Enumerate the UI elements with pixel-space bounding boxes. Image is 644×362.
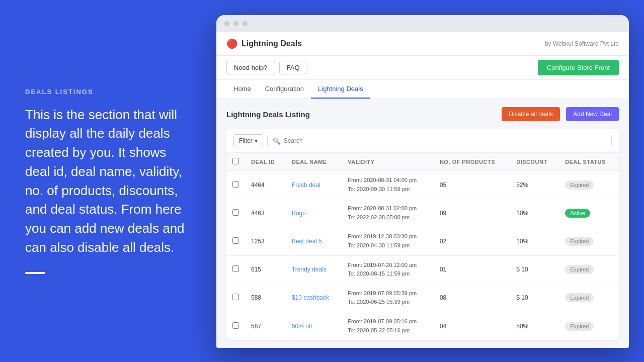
status-badge: Expired: [565, 322, 594, 331]
table-toolbar: Filter ▾ 🔍: [226, 129, 619, 153]
section-text: This is the section that will display al…: [25, 106, 186, 257]
row-checkbox-cell: [226, 171, 245, 199]
deal-name-cell: Fresh deal: [286, 171, 342, 199]
products-cell: 05: [434, 171, 510, 199]
table-header: DEAL ID DEAL NAME VALIDITY NO. OF PRODUC…: [226, 153, 619, 171]
table-row: 4464 Fresh deal From: 2020-08-31 04:00 p…: [226, 171, 619, 199]
add-new-deal-button[interactable]: Add New Deal: [566, 107, 619, 121]
status-badge: Expired: [565, 293, 594, 302]
deal-id-cell: 587: [245, 312, 286, 340]
content-area: Lightning Deals Listing Disable all deal…: [216, 99, 629, 348]
col-discount: DISCOUNT: [510, 153, 559, 171]
disable-all-deals-button[interactable]: Disable all deals: [502, 107, 559, 121]
left-panel: DEALS LISTINGS This is the section that …: [0, 0, 211, 362]
discount-cell: 10%: [510, 227, 559, 255]
validity-text: From: 2019-12-30 03:30 pmTo: 2020-04-30 …: [348, 232, 428, 250]
deal-name-link[interactable]: 50% off: [292, 323, 312, 330]
faq-button[interactable]: FAQ: [279, 61, 307, 74]
table-row: 1253 Best deal 5 From: 2019-12-30 03:30 …: [226, 227, 619, 255]
row-checkbox-5[interactable]: [232, 322, 239, 329]
validity-cell: From: 2020-08-31 02:00 pmTo: 2022-02-28 …: [342, 199, 434, 227]
status-badge: Expired: [565, 180, 594, 190]
row-checkbox-4[interactable]: [232, 294, 239, 300]
app-header: 🔴 Lightning Deals by Webkul Software Pvt…: [216, 32, 629, 56]
row-checkbox-3[interactable]: [232, 265, 239, 272]
configure-store-front-button[interactable]: Configure Store Front: [538, 60, 619, 75]
table-body: 4464 Fresh deal From: 2020-08-31 04:00 p…: [226, 171, 619, 340]
browser-dot-3: [243, 21, 248, 26]
validity-cell: From: 2020-08-31 04:00 pmTo: 2020-09-30 …: [342, 171, 434, 199]
deal-name-link[interactable]: Bogo: [292, 210, 306, 217]
search-box[interactable]: 🔍: [267, 135, 612, 147]
discount-cell: $ 10: [510, 255, 559, 284]
row-checkbox-cell: [226, 255, 245, 284]
nav-tabs: Home Configuration Lightning Deals: [216, 80, 629, 99]
nav-buttons: Need help? FAQ Configure Store Front: [216, 56, 629, 80]
filter-button[interactable]: Filter ▾: [233, 134, 263, 147]
content-title: Lightning Deals Listing: [226, 110, 310, 119]
col-validity: VALIDITY: [342, 153, 434, 171]
select-all-checkbox[interactable]: [232, 158, 239, 164]
status-badge: Expired: [565, 265, 594, 274]
deal-name-cell: 50% off: [286, 312, 342, 340]
validity-cell: From: 2019-07-09 05:39 pmTo: 2020-06-25 …: [342, 284, 434, 312]
row-checkbox-cell: [226, 284, 245, 312]
row-checkbox-0[interactable]: [232, 181, 239, 188]
status-cell: Expired: [559, 171, 619, 199]
deal-id-cell: 4464: [245, 171, 286, 199]
products-cell: 02: [434, 227, 510, 255]
products-cell: 01: [434, 255, 510, 284]
col-deal-name: DEAL NAME: [286, 153, 342, 171]
deal-name-link[interactable]: Trendy deals: [292, 266, 327, 273]
validity-cell: From: 2019-07-09 05:16 pmTo: 2020-05-22 …: [342, 312, 434, 340]
deal-name-cell: Bogo: [286, 199, 342, 227]
row-checkbox-cell: [226, 312, 245, 340]
section-label: DEALS LISTINGS: [25, 88, 186, 96]
status-badge: Expired: [565, 237, 594, 246]
products-cell: 09: [434, 199, 510, 227]
validity-text: From: 2020-08-31 02:00 pmTo: 2022-02-28 …: [348, 204, 428, 222]
validity-text: From: 2019-07-09 05:39 pmTo: 2020-06-25 …: [348, 289, 428, 307]
search-input[interactable]: [284, 137, 606, 144]
row-checkbox-cell: [226, 227, 245, 255]
row-checkbox-2[interactable]: [232, 237, 239, 244]
deal-name-link[interactable]: $10 cashback: [292, 294, 329, 301]
app-title-text: Lightning Deals: [242, 39, 302, 48]
deal-id-cell: 615: [245, 255, 286, 284]
app-title-group: 🔴 Lightning Deals: [226, 38, 302, 49]
deals-table: DEAL ID DEAL NAME VALIDITY NO. OF PRODUC…: [226, 153, 619, 340]
tab-configuration[interactable]: Configuration: [258, 80, 311, 99]
validity-cell: From: 2019-12-30 03:30 pmTo: 2020-04-30 …: [342, 227, 434, 255]
validity-text: From: 2020-08-31 04:00 pmTo: 2020-09-30 …: [348, 176, 428, 194]
deal-id-cell: 588: [245, 284, 286, 312]
validity-text: From: 2019-07-09 05:16 pmTo: 2020-05-22 …: [348, 317, 428, 335]
content-header: Lightning Deals Listing Disable all deal…: [226, 107, 619, 121]
status-cell: Expired: [559, 227, 619, 255]
deals-table-container: Filter ▾ 🔍 DEAL ID: [226, 129, 619, 340]
deal-name-link[interactable]: Best deal 5: [292, 238, 322, 245]
status-cell: Expired: [559, 284, 619, 312]
discount-cell: 52%: [510, 171, 559, 199]
row-checkbox-1[interactable]: [232, 209, 239, 216]
deal-name-cell: $10 cashback: [286, 284, 342, 312]
lightning-icon: 🔴: [226, 38, 237, 49]
products-cell: 04: [434, 312, 510, 340]
tab-lightning-deals[interactable]: Lightning Deals: [311, 80, 370, 99]
tab-home[interactable]: Home: [226, 80, 258, 99]
browser-dot-2: [233, 21, 238, 26]
table-row: 587 50% off From: 2019-07-09 05:16 pmTo:…: [226, 312, 619, 340]
discount-cell: 50%: [510, 312, 559, 340]
filter-label: Filter: [239, 137, 253, 144]
need-help-button[interactable]: Need help?: [226, 61, 275, 74]
status-cell: Expired: [559, 255, 619, 284]
deal-id-cell: 1253: [245, 227, 286, 255]
app-subtitle: by Webkul Software Pvt Ltd: [545, 40, 619, 47]
validity-cell: From: 2019-07-20 12:00 amTo: 2020-08-15 …: [342, 255, 434, 284]
discount-cell: $ 10: [510, 284, 559, 312]
deal-name-link[interactable]: Fresh deal: [292, 182, 320, 189]
right-panel: 🔴 Lightning Deals by Webkul Software Pvt…: [211, 0, 644, 362]
col-checkbox: [226, 153, 245, 171]
discount-cell: 10%: [510, 199, 559, 227]
content-actions: Disable all deals Add New Deal: [502, 107, 619, 121]
filter-chevron-icon: ▾: [255, 137, 258, 144]
